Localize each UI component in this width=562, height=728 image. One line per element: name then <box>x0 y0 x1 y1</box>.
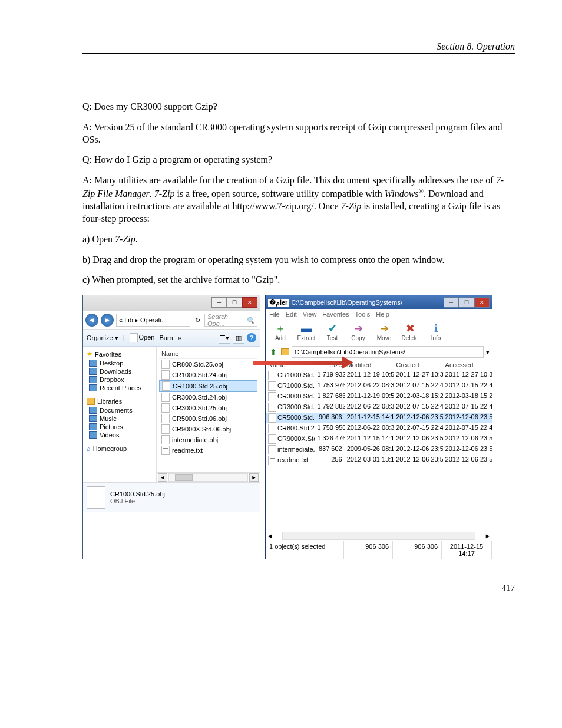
file-row[interactable]: CR9000X.Std.06.obj <box>159 424 257 434</box>
delete-icon: ✖ <box>404 322 416 335</box>
nav-item[interactable]: Pictures <box>84 423 155 431</box>
search-input[interactable]: Search Ope... 🔍 <box>204 314 257 327</box>
help-icon[interactable]: ? <box>247 333 256 342</box>
view-options-button[interactable]: ☰▾ <box>219 332 230 344</box>
homegroup[interactable]: ⌂Homegroup <box>84 444 155 453</box>
refresh-icon[interactable]: ↻ <box>193 317 202 324</box>
file-icon <box>161 393 170 402</box>
nav-back-button[interactable]: ◄ <box>85 314 98 327</box>
minimize-button[interactable]: ─ <box>444 297 459 308</box>
file-row[interactable]: readme.txt2562012-03-01 13:152012-12-06 … <box>266 455 492 466</box>
nav-item[interactable]: Documents <box>84 406 155 414</box>
open-button[interactable]: Open <box>130 333 155 342</box>
nav-item[interactable]: Recent Places <box>84 384 155 392</box>
selected-filename: CR1000.Std.25.obj <box>110 490 165 498</box>
explorer-toolbar: Organize ▾ | Open Burn » ☰▾ ▥ ? <box>83 330 260 347</box>
file-row[interactable]: CR800.Std.2...1 750 9502012-06-22 08:352… <box>266 423 492 434</box>
file-icon <box>268 424 276 433</box>
step-c: c) When prompted, set the archive format… <box>82 274 515 286</box>
file-row[interactable]: CR3000.Std.24.obj <box>159 392 257 403</box>
step-a-post: . <box>135 234 138 244</box>
file-row[interactable]: CR3000.Std....1 827 6862011-12-19 09:572… <box>266 391 492 402</box>
file-icon <box>268 403 276 412</box>
preview-pane-button[interactable]: ▥ <box>233 332 244 344</box>
maximize-button[interactable]: ☐ <box>459 297 474 308</box>
file-row[interactable]: CR1000.Std.25.obj <box>159 380 257 392</box>
screenshot-figure: ─ ☐ ✕ ◄ ► « Lib ▸ Operati... ↻ Search Op… <box>82 295 515 559</box>
page-number: 417 <box>82 583 515 593</box>
column-header-name[interactable]: Name <box>159 349 257 359</box>
sevenzip-path-input[interactable] <box>292 346 484 358</box>
up-folder-button[interactable]: ⬆ <box>268 347 279 357</box>
scroll-left-button[interactable]: ◄ <box>158 473 167 482</box>
nav-item[interactable]: Downloads <box>84 367 155 375</box>
file-row[interactable]: intermediate...837 6022009-05-26 08:1120… <box>266 444 492 455</box>
scroll-right-button[interactable]: ► <box>249 473 259 482</box>
column-header[interactable]: Accessed <box>443 361 492 368</box>
move-button[interactable]: ➔Move <box>373 322 395 341</box>
menu-file[interactable]: File <box>269 311 280 318</box>
nav-forward-button[interactable]: ► <box>101 314 114 327</box>
column-header[interactable]: Size <box>315 361 344 368</box>
a2-mid1: . <box>150 189 154 199</box>
file-icon <box>162 381 170 391</box>
horizontal-scrollbar[interactable]: ◄ ► <box>157 472 260 482</box>
file-row[interactable]: CR1000.Std....1 753 9762012-06-22 08:362… <box>266 381 492 391</box>
file-icon <box>268 434 276 444</box>
sevenzip-menubar: FileEditViewFavoritesToolsHelp <box>266 309 492 319</box>
sevenzip-hscroll[interactable]: ◄ ► <box>266 531 492 541</box>
menu-tools[interactable]: Tools <box>355 311 371 318</box>
step-b: b) Drag and drop the program or operatin… <box>82 254 515 266</box>
test-icon: ✔ <box>326 322 339 335</box>
file-row[interactable]: CR3000.Std.25.obj <box>159 403 257 413</box>
status-size1: 906 306 <box>344 541 393 559</box>
toolbar-overflow[interactable]: » <box>178 334 181 341</box>
path-dropdown-icon[interactable]: ▾ <box>486 348 490 356</box>
file-icon <box>161 403 170 413</box>
sevenzip-window: �امer C:\Campbellsci\Lib\OperatingSystem… <box>265 295 492 559</box>
burn-button[interactable]: Burn <box>159 334 173 341</box>
extract-button[interactable]: ▬Extract <box>295 322 318 341</box>
file-list-pane: Name CR800.Std.25.objCR1000.Std.24.objCR… <box>157 347 260 482</box>
column-header[interactable]: Created <box>394 361 442 368</box>
file-row[interactable]: CR3000.Std....1 792 8822012-06-22 08:372… <box>266 402 492 413</box>
nav-item[interactable]: Desktop <box>84 359 155 367</box>
file-icon <box>268 445 276 454</box>
organize-menu[interactable]: Organize ▾ <box>87 334 118 342</box>
address-bar[interactable]: « Lib ▸ Operati... <box>116 314 190 327</box>
q2: Q: How do I Gzip a program or operating … <box>82 154 515 166</box>
column-header[interactable]: Name <box>266 361 315 368</box>
add-button[interactable]: ＋Add <box>269 322 292 341</box>
info-button[interactable]: ℹInfo <box>425 322 447 341</box>
menu-help[interactable]: Help <box>376 311 389 318</box>
file-row[interactable]: CR9000X.Std...1 326 4762011-12-15 14:172… <box>266 434 492 444</box>
menu-favorites[interactable]: Favorites <box>322 311 349 318</box>
file-row[interactable]: CR1000.Std.24.obj <box>159 370 257 380</box>
scroll-thumb[interactable] <box>175 474 193 481</box>
favorites-group[interactable]: ★Favorites <box>84 349 155 359</box>
file-row[interactable]: readme.txt <box>159 445 257 456</box>
nav-item[interactable]: Dropbox <box>84 375 155 384</box>
sevenzip-file-list: NameSizeModifiedCreatedAccessed CR1000.S… <box>266 360 492 541</box>
status-date: 2011-12-15 14:17 <box>442 541 492 559</box>
file-row[interactable]: CR1000.Std....1 719 9322011-12-19 10:562… <box>266 370 492 381</box>
homegroup-icon: ⌂ <box>87 445 91 452</box>
nav-item[interactable]: Videos <box>84 431 155 439</box>
delete-button[interactable]: ✖Delete <box>399 322 421 341</box>
file-row[interactable]: CR5000.Std.06.obj <box>159 413 257 424</box>
close-button[interactable]: ✕ <box>242 297 257 308</box>
file-row[interactable]: intermediate.obj <box>159 434 257 445</box>
minimize-button[interactable]: ─ <box>211 297 227 308</box>
menu-view[interactable]: View <box>303 311 317 318</box>
maximize-button[interactable]: ☐ <box>227 297 242 308</box>
menu-edit[interactable]: Edit <box>286 311 297 318</box>
file-row[interactable]: CR5000.Std....906 3062011-12-15 14:17201… <box>266 413 492 423</box>
libraries-group[interactable]: Libraries <box>84 397 155 406</box>
close-button[interactable]: ✕ <box>474 297 490 308</box>
test-button[interactable]: ✔Test <box>321 322 343 341</box>
nav-item[interactable]: Music <box>84 414 155 423</box>
copy-button[interactable]: ➔Copy <box>347 322 369 341</box>
file-row[interactable]: CR800.Std.25.obj <box>159 359 257 370</box>
column-header[interactable]: Modified <box>345 361 394 368</box>
file-icon <box>161 446 170 455</box>
